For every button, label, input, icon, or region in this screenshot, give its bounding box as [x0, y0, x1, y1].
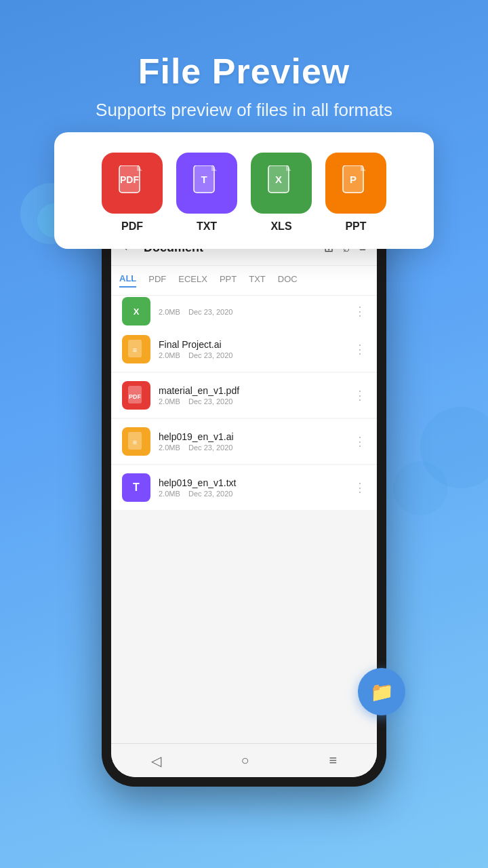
bg-circle-4: [393, 461, 447, 515]
file-info-txt: help019_en_v1.txt 2.0MB Dec 23, 2020: [159, 477, 346, 498]
format-item-pdf[interactable]: PDF PDF: [102, 153, 163, 233]
file-icon-ai2: ≡: [122, 427, 150, 456]
list-item[interactable]: ≡ Final Project.ai 2.0MB Dec 23, 2020 ⋮: [111, 327, 377, 372]
xls-format-icon: X: [251, 153, 312, 214]
tab-all[interactable]: ALL: [119, 273, 136, 288]
file-more-ai2[interactable]: ⋮: [354, 434, 366, 449]
nav-back-icon[interactable]: ◁: [151, 753, 161, 769]
header-section: File Preview Supports preview of files i…: [0, 0, 488, 121]
xls-format-label: XLS: [270, 220, 291, 233]
file-list: X 2.0MB Dec 23, 2020 ⋮ ≡: [111, 296, 377, 511]
file-name-ai: Final Project.ai: [159, 339, 346, 350]
format-item-ppt[interactable]: P PPT: [325, 153, 386, 233]
svg-text:PDF: PDF: [120, 174, 139, 185]
tab-ecelx[interactable]: ECELX: [178, 274, 207, 287]
file-icon-txt: T: [122, 473, 150, 502]
page-subtitle: Supports preview of files in all formats: [0, 100, 488, 121]
format-popup-card: PDF PDF T TXT: [54, 132, 434, 249]
nav-apps-icon[interactable]: ≡: [329, 753, 337, 768]
file-icon-pdf: PDF: [122, 381, 150, 410]
tab-pdf[interactable]: PDF: [148, 274, 166, 287]
format-item-xls[interactable]: X XLS: [251, 153, 312, 233]
file-name-ai2: help019_en_v1.ai: [159, 431, 346, 442]
file-name-txt: help019_en_v1.txt: [159, 477, 346, 488]
file-more-partial[interactable]: ⋮: [354, 304, 366, 319]
svg-text:≡: ≡: [133, 346, 137, 354]
svg-marker-3: [137, 165, 142, 171]
tab-ppt[interactable]: PPT: [220, 274, 237, 287]
list-item[interactable]: T help019_en_v1.txt 2.0MB Dec 23, 2020 ⋮: [111, 465, 377, 510]
file-info-ai: Final Project.ai 2.0MB Dec 23, 2020: [159, 339, 346, 359]
ai-file-svg: ≡: [127, 340, 146, 359]
svg-text:T: T: [201, 174, 207, 185]
xls-icon-svg: X: [266, 165, 297, 201]
file-more-pdf[interactable]: ⋮: [354, 388, 366, 403]
folder-icon: 📁: [370, 681, 394, 703]
fab-folder-button[interactable]: 📁: [358, 668, 405, 715]
file-meta-partial: 2.0MB Dec 23, 2020: [159, 308, 346, 316]
file-icon-xls-partial: X: [122, 297, 150, 326]
pdf-icon-svg: PDF: [117, 165, 148, 201]
nav-home-icon[interactable]: ○: [241, 753, 249, 768]
ppt-format-icon: P: [325, 153, 386, 214]
nav-bar: ◁ ○ ≡: [111, 743, 377, 777]
svg-text:PDF: PDF: [129, 393, 142, 400]
pdf-format-icon: PDF: [102, 153, 163, 214]
file-more-txt[interactable]: ⋮: [354, 480, 366, 495]
tab-bar: ALL PDF ECELX PPT TXT DOC: [111, 266, 377, 296]
file-info-pdf: material_en_v1.pdf 2.0MB Dec 23, 2020: [159, 385, 346, 406]
file-meta-pdf: 2.0MB Dec 23, 2020: [159, 397, 346, 406]
phone-frame: ▾ ▐▐ ▮ 12:30 ← Document ⊞ ⌕ ≡ ALL PDF: [102, 197, 386, 787]
file-name-pdf: material_en_v1.pdf: [159, 385, 346, 396]
file-meta-txt: 2.0MB Dec 23, 2020: [159, 490, 346, 498]
file-info-ai2: help019_en_v1.ai 2.0MB Dec 23, 2020: [159, 431, 346, 452]
file-meta-ai: 2.0MB Dec 23, 2020: [159, 351, 346, 359]
phone-screen: ▾ ▐▐ ▮ 12:30 ← Document ⊞ ⌕ ≡ ALL PDF: [111, 206, 377, 777]
pdf-file-svg: PDF: [127, 386, 146, 405]
ppt-icon-svg: P: [340, 165, 371, 201]
ppt-format-label: PPT: [345, 220, 366, 233]
txt-icon-svg: T: [191, 165, 222, 201]
page-title: File Preview: [0, 51, 488, 92]
list-item[interactable]: PDF material_en_v1.pdf 2.0MB Dec 23, 202…: [111, 373, 377, 418]
file-info-partial: 2.0MB Dec 23, 2020: [159, 307, 346, 316]
file-more-ai[interactable]: ⋮: [354, 342, 366, 357]
format-item-txt[interactable]: T TXT: [176, 153, 237, 233]
pdf-format-label: PDF: [121, 220, 143, 233]
file-row-partial[interactable]: X 2.0MB Dec 23, 2020 ⋮: [111, 296, 377, 327]
txt-format-icon: T: [176, 153, 237, 214]
file-meta-ai2: 2.0MB Dec 23, 2020: [159, 443, 346, 452]
file-icon-ai: ≡: [122, 335, 150, 363]
txt-format-label: TXT: [197, 220, 217, 233]
svg-text:X: X: [275, 174, 282, 185]
list-item[interactable]: ≡ help019_en_v1.ai 2.0MB Dec 23, 2020 ⋮: [111, 419, 377, 464]
svg-text:P: P: [350, 174, 357, 185]
ai2-file-svg: ≡: [127, 432, 146, 451]
phone-mockup: ▾ ▐▐ ▮ 12:30 ← Document ⊞ ⌕ ≡ ALL PDF: [102, 197, 386, 787]
tab-txt[interactable]: TXT: [249, 274, 266, 287]
svg-text:≡: ≡: [133, 438, 137, 446]
tab-doc[interactable]: DOC: [278, 274, 298, 287]
